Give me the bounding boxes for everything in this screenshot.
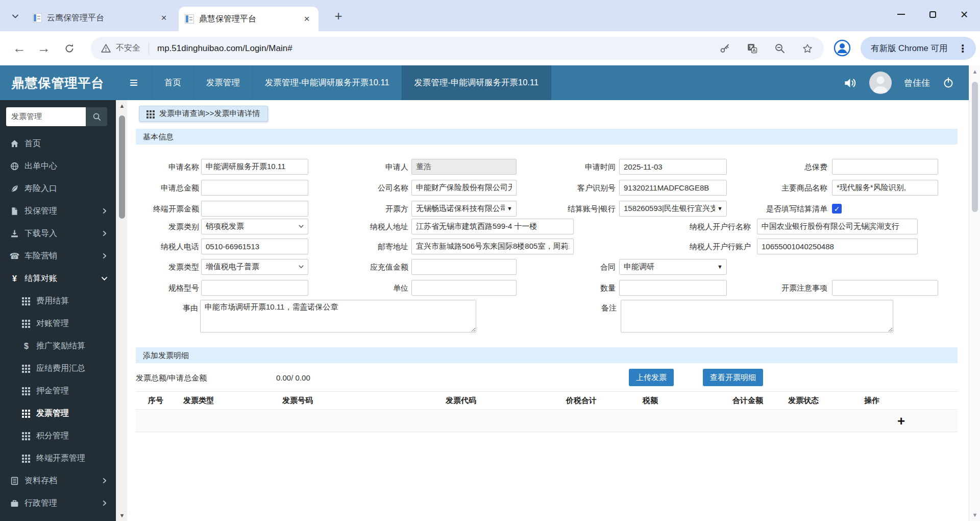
speaker-icon[interactable]	[843, 76, 857, 90]
nav-item-invoice-management[interactable]: 发票管理	[193, 65, 252, 100]
upload-invoice-button[interactable]: 上传发票	[629, 369, 674, 386]
taxpayer-address-input[interactable]	[411, 219, 574, 234]
invoice-notes-input[interactable]	[832, 280, 938, 296]
customer-id-input[interactable]	[619, 180, 727, 196]
new-tab-button[interactable]: +	[330, 8, 347, 25]
settlement-account-dropdown[interactable]: 158260593|民生银行宜兴支行 ▼	[619, 201, 727, 217]
view-invoice-detail-button[interactable]: 查看开票明细	[703, 369, 763, 386]
sidebar-item-promotion-reward-settlement[interactable]: $ 推广奖励结算	[0, 335, 116, 357]
nav-item-invoice-page-1[interactable]: 发票管理-申能调研服务开票10.11	[252, 65, 402, 100]
sidebar-toggle-button[interactable]: ≡	[116, 65, 152, 100]
url-text[interactable]: mp.51dinghuibao.com/Login/Main#	[157, 43, 292, 54]
chevron-right-icon	[102, 253, 108, 259]
password-key-icon[interactable]	[719, 42, 731, 55]
close-tab-icon[interactable]: ×	[158, 12, 169, 23]
back-button[interactable]: ←	[9, 38, 30, 59]
mailing-address-input[interactable]	[411, 239, 574, 254]
scrollbar-thumb[interactable]	[119, 115, 125, 219]
window-maximize-button[interactable]	[917, 0, 948, 29]
bank-name-input[interactable]	[757, 219, 918, 234]
sidebar-item-terminal-invoice-management[interactable]: 终端开票管理	[0, 447, 116, 469]
browser-menu-icon[interactable]: ⋮	[958, 42, 968, 55]
add-invoice-row-button[interactable]: +	[897, 410, 905, 432]
sidebar-item-payable-fee-summary[interactable]: 应结费用汇总	[0, 357, 116, 380]
nav-item-invoice-page-2-active[interactable]: 发票管理-申能调研服务开票10.11	[402, 65, 552, 100]
applicant-input	[411, 159, 517, 175]
unit-input[interactable]	[411, 280, 517, 296]
address-bar[interactable]: 不安全 mp.51dinghuibao.com/Login/Main#	[91, 37, 824, 60]
table-row: +	[136, 410, 958, 432]
remark-textarea[interactable]	[621, 300, 893, 333]
scroll-down-icon[interactable]: ▼	[969, 512, 980, 518]
security-label[interactable]: 不安全	[116, 43, 140, 54]
logout-power-icon[interactable]	[942, 77, 954, 89]
scroll-up-icon[interactable]: ▲	[116, 103, 128, 109]
forward-button[interactable]: →	[34, 38, 54, 59]
fill-settlement-checkbox[interactable]: ✓	[832, 204, 842, 214]
sidebar-item-download-import[interactable]: 下载导入	[0, 222, 116, 245]
reason-textarea[interactable]: 申能市场调研开票10.11，需盖诺保公章	[200, 300, 476, 333]
browser-profile-icon[interactable]	[832, 38, 852, 58]
fill-settlement-label: 是否填写结算清单	[725, 201, 827, 217]
translate-icon[interactable]	[746, 42, 758, 55]
sidebar-item-settlement-reconciliation[interactable]: ¥ 结算对账	[0, 267, 116, 290]
reason-label: 事由	[137, 300, 198, 316]
terminal-amount-input[interactable]	[201, 201, 308, 217]
sidebar-item-reconciliation-management[interactable]: 对账管理	[0, 312, 116, 335]
main-product-input[interactable]	[832, 180, 938, 196]
sidebar-item-invoice-management-active[interactable]: 发票管理	[0, 402, 116, 424]
minimize-icon	[897, 14, 905, 15]
recharge-amount-input[interactable]	[411, 259, 517, 275]
sidebar-item-points-management[interactable]: 积分管理	[0, 424, 116, 447]
page-scrollbar[interactable]: ▲ ▼	[969, 65, 980, 521]
nav-item-home[interactable]: 首页	[152, 65, 193, 100]
scroll-up-icon[interactable]: ▲	[969, 68, 980, 75]
company-name-input[interactable]	[411, 180, 517, 196]
total-premium-input[interactable]	[832, 159, 938, 175]
window-minimize-button[interactable]	[885, 0, 917, 29]
zoom-icon[interactable]	[774, 42, 786, 55]
sidebar-item-fee-settlement[interactable]: 费用结算	[0, 290, 116, 312]
recharge-amount-label: 应充值金额	[331, 259, 408, 275]
sidebar-item-data-archive[interactable]: 资料存档	[0, 469, 116, 492]
scrollbar-thumb[interactable]	[972, 82, 978, 212]
grid-icon	[22, 297, 31, 305]
reload-button[interactable]	[59, 38, 80, 59]
sidebar-item-administration[interactable]: 行政管理	[0, 492, 116, 514]
chrome-update-button[interactable]: 有新版 Chrome 可用 ⋮	[861, 37, 976, 60]
invoice-category-select[interactable]: 销项税发票	[201, 219, 308, 234]
quantity-input[interactable]	[619, 280, 727, 296]
sidebar-item-issue-center[interactable]: 出单中心	[0, 155, 116, 177]
window-close-button[interactable]: ×	[948, 0, 980, 29]
spec-model-input[interactable]	[201, 280, 308, 296]
browser-tab-2-active[interactable]: 鼎慧保管理平台 ×	[179, 7, 318, 31]
content-scrollbar[interactable]: ▲ ▼	[116, 100, 127, 521]
invoice-total-value: 0.00/ 0.00	[276, 369, 310, 387]
sidebar-item-policy-management[interactable]: 投保管理	[0, 200, 116, 222]
apply-name-input[interactable]	[201, 159, 308, 175]
apply-time-input[interactable]	[619, 159, 727, 175]
close-tab-icon[interactable]: ×	[301, 13, 312, 25]
sidebar-item-home[interactable]: 首页	[0, 132, 116, 155]
username-label[interactable]: 曾佳佳	[904, 77, 930, 89]
breadcrumb[interactable]: 发票申请查询>>发票申请详情	[139, 106, 268, 122]
sidebar-item-auto-insurance-marketing[interactable]: ☎ 车险营销	[0, 245, 116, 267]
user-avatar[interactable]	[869, 72, 892, 94]
contract-dropdown[interactable]: 申能调研 ▼	[619, 259, 727, 275]
contract-label: 合同	[538, 259, 616, 275]
invoicer-dropdown[interactable]: 无锡畅迅诺保科技有限公司 ▼	[411, 201, 517, 217]
invoice-type-select[interactable]: 增值税电子普票	[201, 259, 308, 275]
bookmark-star-icon[interactable]	[801, 42, 814, 55]
taxpayer-phone-input[interactable]	[201, 239, 308, 254]
warning-icon	[101, 43, 111, 53]
browser-tab-1[interactable]: 云鹰保管理平台 ×	[27, 8, 176, 28]
tab-search-button[interactable]	[8, 9, 22, 23]
sidebar-search-input[interactable]	[6, 107, 86, 126]
apply-total-amount-input[interactable]	[201, 180, 308, 196]
sidebar-item-life-insurance-entry[interactable]: 寿险入口	[0, 177, 116, 200]
dropdown-caret-icon: ▼	[717, 259, 723, 274]
sidebar-search-button[interactable]	[86, 107, 107, 126]
bank-account-input[interactable]	[757, 239, 918, 254]
scroll-down-icon[interactable]: ▼	[116, 512, 128, 518]
sidebar-item-deposit-management[interactable]: 押金管理	[0, 380, 116, 402]
